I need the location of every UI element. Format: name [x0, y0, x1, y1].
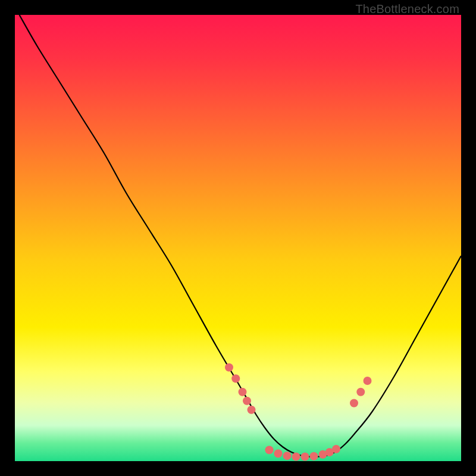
plot-gradient-background [15, 15, 461, 461]
highlight-dot [225, 364, 233, 372]
highlight-dot [274, 449, 283, 458]
highlight-dot [350, 399, 358, 408]
highlight-dot [364, 377, 372, 385]
highlight-dot [301, 453, 309, 461]
highlight-dot [243, 397, 251, 405]
highlight-dot [356, 388, 365, 396]
highlight-dot [292, 453, 300, 461]
highlight-dot [265, 446, 274, 454]
highlight-dot [239, 388, 247, 396]
highlight-dot [310, 452, 318, 461]
curve-svg [15, 15, 461, 461]
highlight-dot [231, 374, 240, 383]
chart-container: TheBottleneck.com [0, 0, 476, 476]
watermark-text: TheBottleneck.com [355, 2, 459, 16]
highlight-dots-group [225, 364, 372, 461]
highlight-dot [248, 406, 256, 414]
highlight-dot [332, 445, 340, 453]
highlight-dot [283, 452, 292, 460]
